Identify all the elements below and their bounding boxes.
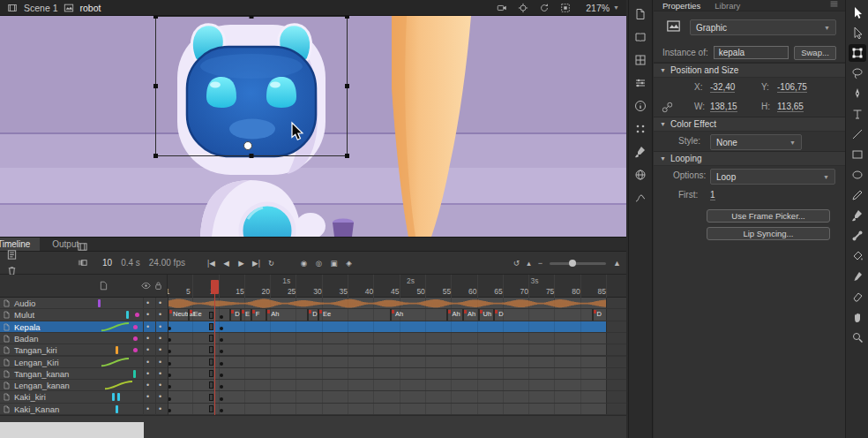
onion-skin-outlines-button[interactable]: ◎ [312, 259, 326, 268]
keyframe-marker[interactable] [209, 370, 213, 377]
x-value[interactable]: -32,40 [710, 82, 735, 93]
breadcrumb-scene[interactable]: Scene 1 [24, 3, 58, 13]
rectangle-tool[interactable] [849, 146, 866, 163]
visibility-dot[interactable]: • [146, 381, 149, 389]
frame-view-icon[interactable] [74, 239, 90, 255]
selection-tool[interactable] [849, 4, 866, 21]
step-back-button[interactable]: ◀ [220, 259, 233, 268]
frames-row-tangan_kanan[interactable] [168, 368, 626, 380]
lock-dot[interactable]: • [159, 334, 161, 343]
frames-row-mulut[interactable]: NeutralEeDEFAhDEeAhAhAhUhDD [168, 309, 626, 321]
visibility-dot[interactable]: • [146, 369, 149, 378]
visibility-dot[interactable]: • [146, 310, 149, 319]
zoom-level-dropdown[interactable]: 217% ▼ [586, 3, 619, 13]
timeline-zoom-out-button[interactable]: − [538, 259, 542, 268]
stage-canvas[interactable] [0, 16, 626, 237]
layer-name[interactable]: Lengan_kanan [14, 381, 70, 390]
keyframe-marker[interactable] [209, 359, 213, 366]
lip-syncing-button[interactable]: Lip Syncing... [707, 227, 830, 240]
pen-tool[interactable] [849, 85, 866, 102]
first-frame-value[interactable]: 1 [710, 190, 715, 200]
layer-name[interactable]: Kaki_Kanan [14, 404, 59, 414]
keyframe-marker[interactable] [220, 315, 223, 319]
frames-row-kaki_kiri[interactable] [168, 391, 626, 403]
brush-tool[interactable] [849, 207, 866, 224]
tab-properties[interactable]: Properties [662, 1, 700, 11]
instance-name-field[interactable]: kepala [714, 46, 789, 59]
symbol-type-dropdown[interactable]: Graphic ▼ [690, 19, 836, 35]
style-dropdown[interactable]: None ▼ [710, 134, 802, 150]
breadcrumb-symbol[interactable]: robot [80, 3, 101, 13]
current-frame-value[interactable]: 10 [102, 258, 112, 268]
paint-bucket-tool[interactable] [849, 247, 866, 265]
keyframe-marker[interactable] [209, 381, 213, 389]
w-value[interactable]: 138,15 [710, 102, 737, 112]
timeline-ruler[interactable]: 1s2s3s1510152025303540455055606570758085 [0, 275, 626, 298]
eye-icon[interactable] [141, 281, 151, 292]
frames-row-kaki_kanan[interactable] [168, 404, 626, 415]
brush-library-panel-icon[interactable] [632, 145, 648, 159]
reset-timeline-zoom-button[interactable]: ↺ [513, 259, 520, 268]
timeline-scrollbar[interactable] [0, 422, 144, 438]
keyframe-marker[interactable] [220, 385, 223, 389]
swap-button[interactable]: Swap... [794, 46, 836, 60]
oval-tool[interactable] [849, 166, 866, 184]
layer-name[interactable]: Audio [14, 298, 35, 308]
go-to-first-frame-button[interactable]: |◀ [205, 259, 218, 268]
motion-editor-panel-icon[interactable] [632, 191, 648, 205]
layer-name[interactable]: Lengan_Kiri [14, 358, 59, 367]
info-panel-icon[interactable] [632, 99, 648, 113]
lock-icon[interactable] [153, 281, 163, 292]
keyframe-marker[interactable] [220, 409, 223, 412]
frames-row-badan[interactable] [168, 333, 626, 344]
frames-row-kepala[interactable] [168, 321, 626, 333]
section-color-effect[interactable]: ▼ Color Effect [654, 117, 845, 132]
layer-name[interactable]: Tangan_kiri [14, 345, 57, 355]
visibility-dot[interactable]: • [146, 345, 149, 354]
line-tool[interactable] [849, 125, 866, 143]
bone-tool[interactable] [849, 227, 866, 245]
visibility-dot[interactable]: • [146, 322, 149, 331]
keyframe-marker[interactable] [209, 312, 213, 319]
y-value[interactable]: -106,75 [777, 82, 807, 93]
modify-markers-button[interactable]: ◈ [342, 259, 355, 268]
lasso-tool[interactable] [849, 64, 866, 82]
rotate-stage-icon[interactable] [539, 2, 550, 13]
swatches-panel-icon[interactable] [632, 122, 648, 136]
world-panel-icon[interactable] [632, 168, 648, 182]
hand-tool[interactable] [849, 308, 866, 326]
eyedropper-tool[interactable] [849, 268, 866, 285]
layer-name[interactable]: Mulut [14, 310, 34, 320]
section-position-and-size[interactable]: ▼ Position and Size [654, 63, 845, 78]
visibility-dot[interactable]: • [146, 404, 149, 413]
eraser-tool[interactable] [849, 288, 866, 306]
subselection-tool[interactable] [849, 24, 866, 42]
edit-multiple-frames-button[interactable]: ▣ [327, 259, 340, 268]
layer-name[interactable]: Kaki_kiri [14, 392, 46, 402]
frames-row-lengan_kanan[interactable] [168, 380, 626, 391]
lock-dot[interactable]: • [159, 298, 161, 307]
keyframe-marker[interactable] [220, 350, 223, 353]
keyframe-marker[interactable] [209, 405, 213, 412]
loop-playback-button[interactable]: ↻ [265, 259, 278, 268]
lock-dot[interactable]: • [159, 345, 161, 354]
clip-content-outside-stage-icon[interactable] [560, 2, 572, 13]
timeline-zoom-slider[interactable] [550, 262, 606, 265]
panel-menu-icon[interactable] [829, 0, 840, 11]
align-panel-icon[interactable] [632, 53, 648, 67]
text-tool[interactable] [849, 105, 866, 123]
layer-name[interactable]: Kepala [14, 322, 41, 332]
keyframe-marker[interactable] [209, 323, 213, 330]
lock-dot[interactable]: • [159, 392, 161, 401]
lock-dot[interactable]: • [159, 358, 161, 366]
h-value[interactable]: 113,65 [777, 102, 804, 112]
free-transform-tool[interactable] [849, 44, 866, 62]
center-stage-icon[interactable] [518, 2, 529, 13]
layer-name[interactable]: Badan [14, 334, 38, 344]
library-panel-icon[interactable] [632, 30, 648, 44]
frames-row-audio[interactable] [168, 298, 626, 309]
loop-options-dropdown[interactable]: Loop ▼ [710, 169, 835, 185]
keyframe-marker[interactable] [220, 338, 223, 342]
keyframe-marker[interactable] [209, 346, 213, 353]
step-forward-button[interactable]: ▶| [250, 259, 263, 268]
